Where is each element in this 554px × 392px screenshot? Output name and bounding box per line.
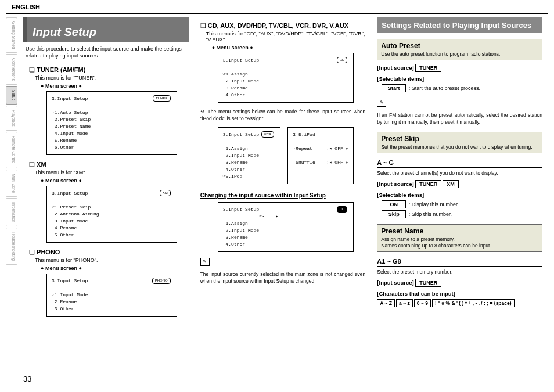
ps-title: Preset Skip <box>381 135 538 143</box>
phono-heading: PHONO <box>29 249 189 256</box>
change-note: The input source currently selected in t… <box>200 271 366 285</box>
pn-range-desc: Select the preset memory number. <box>377 269 542 275</box>
cd-screen: CD3.Input Setup ☞1.Assign 2.Input Mode 3… <box>218 53 354 103</box>
tab-remote-control[interactable]: Remote Control <box>6 132 17 168</box>
auto-preset-box: Auto Preset Use the auto preset function… <box>377 39 542 60</box>
language-label: ENGLISH <box>6 3 40 10</box>
auto-preset-desc: Use the auto preset function to program … <box>381 51 538 57</box>
xm-screen: XM3.Input Setup ☞1.Preset Skip 2.Antenna… <box>46 186 177 243</box>
pn-tuner-pill: TUNER <box>415 279 441 287</box>
pn-c2: a ~ z <box>396 299 413 307</box>
vcr-screen: VCR3.Input Setup 1.Assign 2.Input Mode 3… <box>218 127 281 184</box>
intro-text: Use this procedure to select the input s… <box>26 46 189 59</box>
vcr-badge: VCR <box>261 131 275 138</box>
preset-skip-box: Preset Skip Set the preset memories that… <box>377 132 542 153</box>
tuner-menu-label: Menu screen <box>41 83 189 89</box>
ps-range-desc: Select the preset channel(s) you do not … <box>377 170 542 177</box>
ipod-screen: 3-5.iPod ☞Repeat :◂ OFF ▸ Shuffle :◂ OFF… <box>287 127 354 184</box>
ps-range: A ~ G <box>377 159 542 168</box>
xm-menu-label: Menu screen <box>41 178 189 184</box>
preset-name-box: Preset Name Assign name to a preset memo… <box>377 224 542 252</box>
column-left: Input Setup Use this procedure to select… <box>23 17 189 375</box>
xm-badge: XM <box>160 190 171 196</box>
pn-title: Preset Name <box>381 227 538 235</box>
ps-desc: Set the preset memories that you do not … <box>381 144 538 150</box>
pn-c4: ! " # % & ' ( ) * + , - . / : ; = (space… <box>432 299 515 307</box>
auto-preset-title: Auto Preset <box>381 42 538 50</box>
multi-source-heading: CD, AUX, DVD/HDP, TV/CBL, VCR, DVR, V.AU… <box>200 22 366 30</box>
pn-c1: A ~ Z <box>377 299 395 307</box>
ap-start-pill: Start <box>382 84 406 92</box>
pn-desc: Assign name to a preset memory. Names co… <box>381 236 538 249</box>
tab-getting-started[interactable]: Getting Started <box>6 17 17 53</box>
pn-chars-label: [Characters that can be input] <box>377 290 455 297</box>
note-icon: ✎ <box>200 258 210 266</box>
phono-menu-label: Menu screen <box>41 265 189 271</box>
tuner-screen: TUNER3.Input Setup ☞1.Auto Setup 2.Prese… <box>46 91 177 155</box>
phono-badge: PHONO <box>152 278 171 284</box>
ap-note: If an FM station cannot be preset automa… <box>377 112 542 126</box>
ipod-note: The menu settings below can be made for … <box>200 109 366 123</box>
pn-range: A1 ~ G8 <box>377 258 542 267</box>
tuner-heading: TUNER (AM/FM) <box>29 66 189 74</box>
ap-tuner-pill: TUNER <box>415 64 441 72</box>
ps-xm-pill: XM <box>443 180 459 188</box>
tab-troubleshooting[interactable]: Troubleshooting <box>6 228 17 265</box>
page-title: Input Setup <box>23 17 189 42</box>
ps-tuner-pill: TUNER <box>415 180 441 188</box>
phono-desc: This menu is for "PHONO". <box>35 257 189 263</box>
change-input-heading: Changing the input source within Input S… <box>200 192 366 199</box>
pn-input-source: [Input source] TUNER <box>377 279 542 287</box>
ms-menu-label: Menu screen <box>212 45 366 51</box>
ap-selectable-label: [Selectable items] <box>377 75 424 82</box>
multi-source-desc: This menu is for "CD", "AUX", "DVD/HDP",… <box>206 31 366 42</box>
ps-skip-row: Skip : Skip this number. <box>382 210 542 218</box>
tab-playback[interactable]: Playback <box>6 106 17 130</box>
ap-input-source: [Input source] TUNER <box>377 64 542 72</box>
tuner-badge: TUNER <box>153 95 171 102</box>
column-middle: CD, AUX, DVD/HDP, TV/CBL, VCR, DVR, V.AU… <box>200 17 366 375</box>
ps-skip-pill: Skip <box>382 210 406 218</box>
ap-start-row: Start : Start the auto preset process. <box>382 84 542 92</box>
page-number: 33 <box>23 375 31 383</box>
tab-connections[interactable]: Connections <box>6 54 17 85</box>
tab-information[interactable]: Information <box>6 198 17 226</box>
xm-desc: This menu is for "XM". <box>35 170 189 175</box>
tab-multi-zone[interactable]: Multi-Zone <box>6 170 17 197</box>
phono-screen: PHONO3.Input Setup ☞1.Input Mode 2.Renam… <box>46 274 177 317</box>
tab-setup[interactable]: Setup <box>6 86 17 105</box>
ps-input-source: [Input source] TUNERXM <box>377 180 542 188</box>
side-nav: Getting Started Connections Setup Playba… <box>6 17 17 265</box>
settings-header: Settings Related to Playing Input Source… <box>377 17 542 33</box>
pn-char-boxes: A ~ Za ~ z0 ~ 9! " # % & ' ( ) * + , - .… <box>377 299 542 307</box>
column-right: Settings Related to Playing Input Source… <box>377 17 542 375</box>
change-screen: CD3.Input Setup ☞◂ ▸ 1.Assign 2.Input Mo… <box>218 202 354 252</box>
ps-on-row: ON : Display this number. <box>382 200 542 208</box>
cd-badge: CD <box>337 57 348 63</box>
pn-c3: 0 ~ 9 <box>414 299 431 307</box>
note-icon: ✎ <box>377 99 386 107</box>
ps-on-pill: ON <box>382 200 406 208</box>
xm-heading: XM <box>29 161 189 168</box>
tuner-desc: This menu is for "TUNER". <box>35 75 189 81</box>
change-badge: CD <box>337 206 348 213</box>
ps-selectable-label: [Selectable items] <box>377 192 424 198</box>
